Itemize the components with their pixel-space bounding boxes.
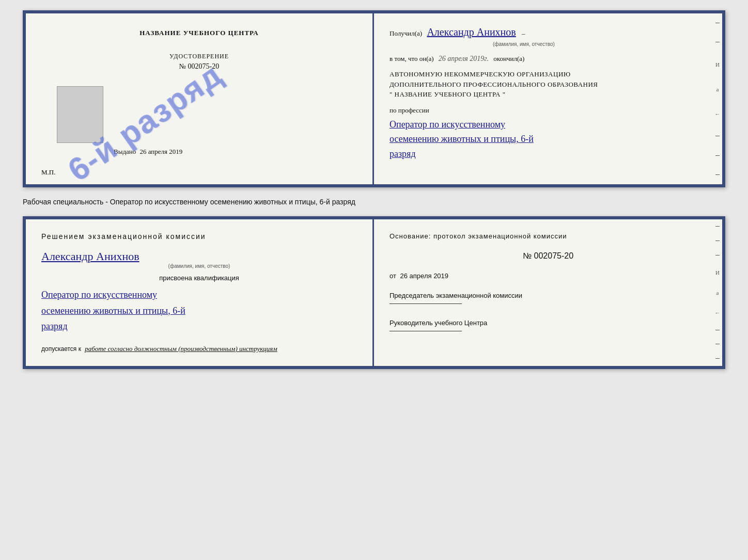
qualification-block: Оператор по искусственному осеменению жи… bbox=[41, 287, 357, 334]
ot-prefix: от bbox=[389, 272, 396, 280]
doc-top-right: Получил(а) Александр Анихнов – (фамилия,… bbox=[374, 13, 722, 184]
working-specialty-label: Рабочая специальность - Оператор по иску… bbox=[23, 196, 725, 208]
predsedatel-block: Председатель экзаменационной комиссии bbox=[389, 291, 707, 307]
okoncil-label: окончил(а) bbox=[493, 55, 524, 62]
protocol-number: № 002075-20 bbox=[389, 251, 707, 261]
vtom-line: в том, что он(а) 26 апреля 2019г. окончи… bbox=[389, 55, 707, 63]
rukovoditel-signature-line bbox=[389, 331, 462, 331]
qual-line1: Оператор по искусственному bbox=[41, 287, 357, 303]
edge2-dash-4 bbox=[715, 330, 720, 330]
edge-dash-2 bbox=[715, 42, 720, 42]
dopuskaetsya-block: допускается к работе согласно должностны… bbox=[41, 345, 357, 353]
prisvoena-label: присвоена квалификация bbox=[41, 274, 357, 282]
edge-dash-1 bbox=[715, 23, 720, 23]
udostoverenie-title: УДОСТОВЕРЕНИЕ bbox=[41, 53, 357, 60]
vydano-label: Выдано bbox=[114, 148, 136, 155]
org-line1: АВТОНОМНУЮ НЕКОММЕРЧЕСКУЮ ОРГАНИЗАЦИЮ bbox=[389, 69, 707, 79]
po-professii-label: по профессии bbox=[389, 106, 707, 115]
edge-letter-i: И bbox=[715, 61, 720, 68]
mp-label: М.П. bbox=[41, 168, 55, 177]
edge2-dash-5 bbox=[715, 344, 720, 344]
edge2-dash-2 bbox=[715, 241, 720, 241]
rukovoditel-label: Руководитель учебного Центра bbox=[389, 318, 707, 328]
edge2-dash-6 bbox=[715, 358, 720, 359]
org-name: " НАЗВАНИЕ УЧЕБНОГО ЦЕНТРА " bbox=[389, 89, 707, 100]
doc-title: НАЗВАНИЕ УЧЕБНОГО ЦЕНТРА bbox=[41, 29, 357, 37]
ot-block: от 26 апреля 2019 bbox=[389, 272, 707, 280]
predsedatel-signature-line bbox=[389, 303, 462, 304]
edge-dash-4 bbox=[715, 155, 720, 156]
poluchil-line: Получил(а) Александр Анихнов – (фамилия,… bbox=[389, 24, 707, 49]
dopuskaetsya-text: работе согласно должностным (производств… bbox=[85, 345, 277, 353]
edge2-letter-a: а bbox=[716, 290, 719, 296]
komissia-title: Решением экзаменационной комиссии bbox=[41, 232, 357, 241]
doc-top-left: НАЗВАНИЕ УЧЕБНОГО ЦЕНТРА 6-й разряд УДОС… bbox=[26, 13, 374, 184]
right-edge-decoration: И а ← bbox=[713, 13, 722, 184]
udostoverenie-number: № 002075-20 bbox=[41, 62, 357, 71]
rukovoditel-block: Руководитель учебного Центра bbox=[389, 318, 707, 334]
edge2-dash-3 bbox=[715, 255, 720, 255]
fio-small-label: (фамилия, имя, отчество) bbox=[493, 40, 707, 49]
vydano-date: 26 апреля 2019 bbox=[140, 148, 183, 155]
vydano-block: Выдано 26 апреля 2019 bbox=[114, 148, 182, 156]
edge-letter-a: а bbox=[716, 86, 719, 92]
edge-arrow: ← bbox=[715, 111, 721, 117]
profession-line1: Оператор по искусственному bbox=[389, 117, 707, 132]
vtom-date: 26 апреля 2019г. bbox=[439, 55, 489, 62]
dash1: – bbox=[522, 29, 525, 37]
udostoverenie-block: УДОСТОВЕРЕНИЕ № 002075-20 bbox=[41, 53, 357, 71]
fio2-handwritten: Александр Анихнов bbox=[41, 250, 357, 263]
predsedatel-label: Председатель экзаменационной комиссии bbox=[389, 291, 707, 300]
edge2-letter-i: И bbox=[715, 269, 720, 276]
doc-bottom-left: Решением экзаменационной комиссии Алекса… bbox=[26, 219, 374, 366]
qual-line3: разряд bbox=[41, 318, 357, 334]
fio-handwritten: Александр Анихнов bbox=[427, 26, 516, 38]
edge-dash-5 bbox=[715, 174, 720, 175]
photo-placeholder bbox=[57, 86, 103, 143]
vtom-prefix: в том, что он(а) bbox=[389, 55, 434, 62]
poluchil-prefix: Получил(а) bbox=[389, 29, 422, 37]
profession-line2: осеменению животных и птицы, 6-й bbox=[389, 132, 707, 147]
edge-dash-3 bbox=[715, 136, 720, 136]
fio-block: Александр Анихнов (фамилия, имя, отчеств… bbox=[41, 246, 357, 269]
fio2-small: (фамилия, имя, отчество) bbox=[41, 263, 357, 269]
osnovanie-text: Основание: протокол экзаменационной коми… bbox=[389, 232, 707, 240]
doc-bottom-right: Основание: протокол экзаменационной коми… bbox=[374, 219, 722, 366]
ot-date: 26 апреля 2019 bbox=[400, 272, 449, 280]
org-line2: ДОПОЛНИТЕЛЬНОГО ПРОФЕССИОНАЛЬНОГО ОБРАЗО… bbox=[389, 79, 707, 90]
edge2-dash-1 bbox=[715, 226, 720, 227]
document-top: НАЗВАНИЕ УЧЕБНОГО ЦЕНТРА 6-й разряд УДОС… bbox=[23, 10, 725, 187]
qual-line2: осеменению животных и птицы, 6-й bbox=[41, 303, 357, 319]
dopuskaetsya-prefix: допускается к bbox=[41, 345, 81, 353]
document-bottom: Решением экзаменационной комиссии Алекса… bbox=[23, 216, 725, 369]
org-block: АВТОНОМНУЮ НЕКОММЕРЧЕСКУЮ ОРГАНИЗАЦИЮ ДО… bbox=[389, 69, 707, 100]
profession-line3: разряд bbox=[389, 147, 707, 162]
right-edge-decoration-2: И а ← bbox=[713, 219, 722, 366]
profession-block: по профессии Оператор по искусственному … bbox=[389, 106, 707, 162]
edge2-arrow: ← bbox=[715, 310, 721, 316]
